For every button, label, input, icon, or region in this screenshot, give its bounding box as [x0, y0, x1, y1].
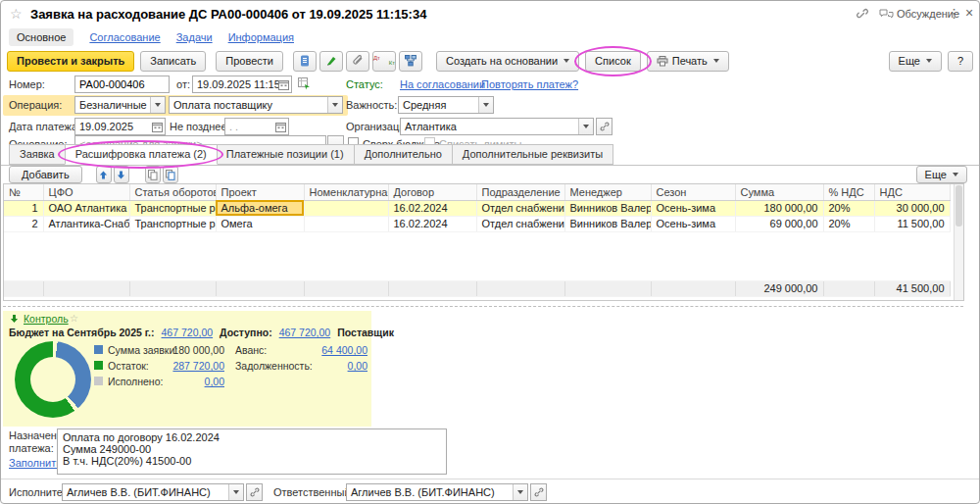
splitter[interactable]: [3, 306, 963, 307]
payment-date-field[interactable]: 19.09.2025: [74, 118, 166, 135]
chevron-down-icon[interactable]: [150, 97, 165, 113]
organization-link-button[interactable]: [596, 118, 612, 135]
responsible-field[interactable]: Агличев В.В. (БИТ.ФИНАНС): [346, 483, 528, 501]
col-manager[interactable]: Менеджер: [564, 184, 651, 200]
legend-swatch-rest: [94, 361, 103, 370]
col-num[interactable]: №: [4, 184, 43, 200]
tab-strip: Заявка Расшифровка платежа (2) Платежные…: [1, 144, 979, 166]
get-link-icon[interactable]: [856, 8, 869, 22]
importance-select[interactable]: Средняя: [398, 96, 494, 114]
col-project[interactable]: Проект: [216, 184, 304, 200]
chevron-down-icon[interactable]: [327, 97, 342, 113]
calendar-icon[interactable]: [275, 122, 286, 132]
tab-additional-attrs[interactable]: Дополнительные реквизиты: [452, 144, 613, 165]
rest-value-link[interactable]: 287 720,00: [152, 360, 224, 372]
purpose-block: Назначение платежа: Заполнить Оплата по …: [1, 427, 979, 478]
debt-value-link[interactable]: 0,00: [297, 360, 368, 372]
post-button[interactable]: Провести: [216, 51, 283, 72]
kebab-menu-icon[interactable]: ⋮: [948, 6, 960, 21]
discussion-icon[interactable]: [879, 9, 894, 21]
col-season[interactable]: Сезон: [651, 184, 735, 200]
chevron-down-icon: [926, 59, 932, 63]
operation-kind-select[interactable]: Оплата поставщику: [169, 96, 343, 114]
total-vat: 41 500,00: [874, 280, 950, 296]
responsible-link-button[interactable]: [530, 483, 547, 501]
refresh-star-icon[interactable]: ☆: [70, 313, 78, 324]
done-value-link[interactable]: 0,00: [152, 376, 224, 387]
chevron-down-icon[interactable]: [513, 484, 527, 500]
budget-value-link[interactable]: 467 720,00: [162, 327, 214, 338]
nav-item-main[interactable]: Основное: [9, 28, 74, 46]
calendar-icon[interactable]: [278, 79, 289, 90]
scrollbar-thumb[interactable]: [956, 185, 962, 227]
print-button[interactable]: Печать: [647, 51, 729, 72]
add-row-button[interactable]: Добавить: [9, 166, 82, 183]
move-down-button[interactable]: [114, 166, 129, 183]
more-button[interactable]: Еще: [889, 51, 942, 72]
purpose-textarea[interactable]: Оплата по договору 16.02.2024 Сумма 2490…: [57, 428, 447, 475]
postings-button[interactable]: Дт Кт: [372, 51, 396, 72]
collapse-arrow-icon[interactable]: [10, 314, 19, 324]
current-cell[interactable]: Альфа-омега: [216, 200, 304, 216]
executor-field[interactable]: Агличев В.В. (БИТ.ФИНАНС): [62, 483, 244, 501]
responsible-label: Ответственный:: [273, 486, 354, 498]
advance-value-link[interactable]: 64 400,00: [297, 344, 368, 356]
history-icon[interactable]: [298, 77, 311, 90]
col-department[interactable]: Подразделение: [476, 184, 564, 200]
purpose-label: Назначение платежа:: [9, 429, 56, 455]
tab-payment-breakdown[interactable]: Расшифровка платежа (2): [65, 144, 218, 165]
related-documents-button[interactable]: [399, 51, 422, 72]
col-cfo[interactable]: ЦФО: [43, 184, 129, 200]
number-label: Номер:: [9, 78, 45, 90]
col-vat[interactable]: НДС: [874, 184, 950, 200]
organization-field[interactable]: Атлантика: [400, 118, 594, 135]
tab-payment-positions[interactable]: Платежные позиции (1): [216, 144, 355, 165]
fill-link[interactable]: Заполнить: [9, 457, 62, 469]
chevron-down-icon[interactable]: [228, 484, 243, 500]
repeat-payment-link[interactable]: Повторять платеж?: [481, 78, 578, 90]
calendar-icon[interactable]: [152, 122, 163, 132]
from-label: от:: [176, 78, 190, 90]
tab-additional[interactable]: Дополнительно: [354, 144, 453, 165]
header-form: Номер: от: 19.09.2025 11:15:34 Операция:…: [1, 74, 979, 144]
edoc-button[interactable]: [293, 51, 317, 72]
paste-button[interactable]: [163, 166, 178, 183]
nav-item-tasks[interactable]: Задачи: [176, 31, 213, 43]
favorite-star-icon[interactable]: ☆: [10, 6, 23, 22]
tab-request[interactable]: Заявка: [9, 144, 66, 165]
not-later-field[interactable]: . .: [224, 118, 289, 135]
save-button[interactable]: Записать: [140, 51, 206, 72]
nav-item-approval[interactable]: Согласование: [89, 31, 160, 43]
grid-toolbar: Добавить Еще: [1, 166, 979, 183]
attachments-button[interactable]: [346, 51, 369, 72]
available-value-link[interactable]: 467 720,00: [279, 327, 331, 338]
col-nomgroup[interactable]: Номенклатурная группа: [304, 184, 388, 200]
col-contract[interactable]: Договор: [388, 184, 476, 200]
table-scrollbar[interactable]: [954, 184, 963, 300]
status-link[interactable]: На согласовании: [400, 78, 485, 90]
help-button[interactable]: ?: [948, 51, 973, 72]
control-link[interactable]: Контроль: [24, 313, 69, 325]
chevron-down-icon[interactable]: [478, 97, 493, 113]
table-row[interactable]: 2 Атлантика-Снабжение Транспортные расхо…: [4, 216, 950, 231]
move-up-button[interactable]: [96, 166, 112, 183]
sign-button[interactable]: [319, 51, 343, 72]
page-title: Заявка на расходование ДС РА00-000406 от…: [30, 7, 426, 22]
rest-label: Остаток:: [108, 360, 149, 372]
col-vat-rate[interactable]: % НДС: [823, 184, 874, 200]
close-icon[interactable]: ×: [965, 5, 973, 21]
operation-type-select[interactable]: Безналичные: [74, 96, 166, 114]
number-field[interactable]: [74, 76, 170, 93]
col-article[interactable]: Статья оборотов: [129, 184, 216, 200]
chevron-down-icon[interactable]: [578, 119, 593, 134]
post-and-close-button[interactable]: Провести и закрыть: [7, 51, 134, 72]
create-based-on-button[interactable]: Создать на основании: [436, 51, 579, 72]
date-field[interactable]: 19.09.2025 11:15:34: [192, 76, 292, 93]
col-sum[interactable]: Сумма: [735, 184, 823, 200]
grid-more-button[interactable]: Еще: [916, 166, 967, 183]
list-button[interactable]: Список: [585, 51, 641, 72]
copy-button[interactable]: [145, 166, 161, 183]
table-row[interactable]: 1 ОАО Атлантика Транспортные расходы Аль…: [4, 200, 950, 216]
executor-link-button[interactable]: [246, 483, 263, 501]
nav-item-info[interactable]: Информация: [228, 31, 294, 43]
